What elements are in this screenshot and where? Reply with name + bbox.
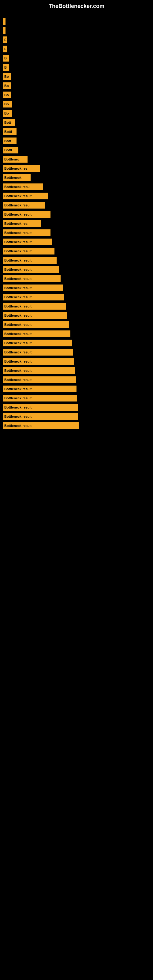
bar-45: Bottleneck result (3, 422, 79, 429)
bar-28: Bottleneck result (3, 266, 59, 273)
bar-label-3: E (4, 38, 6, 41)
bar-40: Bottleneck result (3, 376, 76, 383)
bar-label-4: E (4, 47, 6, 51)
bars-container: EEBBBoBoBoBoBoBottBottlBottBottlBottlene… (0, 11, 153, 434)
bar-26: Bottleneck result (3, 248, 54, 255)
bar-label-20: Bottleneck result (4, 194, 32, 198)
bar-row: Bottl (3, 146, 150, 154)
bar-2 (3, 27, 5, 34)
bar-row: Bottleneck result (3, 283, 150, 292)
bar-row: B (3, 54, 150, 62)
bar-label-41: Bottleneck result (4, 387, 32, 391)
bar-label-14: Bott (4, 139, 11, 143)
bar-row: Bottleneck (3, 173, 150, 182)
bar-row: Bottleneck result (3, 256, 150, 265)
bar-label-42: Bottleneck result (4, 396, 32, 400)
bar-row: Bottleneck result (3, 247, 150, 255)
bar-23: Bottleneck res (3, 220, 41, 227)
bar-label-11: Bo (4, 111, 9, 115)
bar-label-5: B (4, 56, 7, 60)
bar-11: Bo (3, 110, 12, 117)
bar-row: Bottleneck result (3, 265, 150, 274)
bar-44: Bottleneck result (3, 413, 78, 420)
bar-row: E (3, 45, 150, 53)
bar-label-15: Bottl (4, 148, 12, 152)
bar-41: Bottleneck result (3, 385, 76, 392)
bar-19: Bottleneck resu (3, 183, 43, 190)
bar-row: B (3, 63, 150, 72)
bar-row: Bottleneck result (3, 311, 150, 320)
bar-row: Bottleneck result (3, 274, 150, 283)
bar-row: Bo (3, 91, 150, 99)
bar-37: Bottleneck result (3, 349, 73, 356)
bar-label-40: Bottleneck result (4, 378, 32, 382)
bar-36: Bottleneck result (3, 340, 72, 346)
bar-33: Bottleneck result (3, 312, 67, 319)
bar-21: Bottleneck resu (3, 202, 45, 208)
bar-row: Bottleneck result (3, 385, 150, 393)
bar-27: Bottleneck result (3, 257, 57, 264)
bar-label-39: Bottleneck result (4, 369, 32, 372)
bar-43: Bottleneck result (3, 404, 78, 411)
bar-label-6: B (4, 65, 7, 69)
bar-label-8: Bo (4, 84, 9, 88)
bar-label-28: Bottleneck result (4, 268, 32, 271)
bar-row: Bottleneck result (3, 366, 150, 375)
bar-row: Bottleneck result (3, 320, 150, 329)
bar-20: Bottleneck result (3, 192, 48, 199)
bar-row: Bottleneck result (3, 357, 150, 366)
bar-label-37: Bottleneck result (4, 350, 32, 354)
bar-row: Bottl (3, 127, 150, 136)
bar-label-29: Bottleneck result (4, 277, 32, 280)
site-title: TheBottlenecker.com (0, 0, 153, 11)
bar-13: Bottl (3, 128, 16, 135)
bar-14: Bott (3, 137, 16, 144)
bar-15: Bottl (3, 147, 18, 153)
bar-label-25: Bottleneck result (4, 240, 32, 244)
bar-42: Bottleneck result (3, 395, 77, 401)
bar-22: Bottleneck result (3, 211, 51, 218)
bar-row: Bottleneck resu (3, 183, 150, 191)
bar-row: Bottleneck resu (3, 201, 150, 210)
bar-row: Bottleneck res (3, 164, 150, 173)
bar-row: Bottleneck result (3, 302, 150, 310)
bar-label-44: Bottleneck result (4, 415, 32, 418)
bar-row: Bottleneck result (3, 394, 150, 402)
bar-1 (3, 18, 5, 25)
bar-row: Bo (3, 72, 150, 81)
bar-label-7: Bo (4, 75, 9, 78)
bar-row: Bottleneck result (3, 192, 150, 200)
bar-label-32: Bottleneck result (4, 304, 32, 308)
bar-row (3, 17, 150, 26)
bar-row: Bottleneck result (3, 210, 150, 219)
bar-row: Bottleneck result (3, 329, 150, 338)
bar-row: Bott (3, 137, 150, 145)
bar-row: Bottleneck result (3, 403, 150, 412)
bar-row: Bottlenec (3, 155, 150, 164)
bar-label-18: Bottleneck (4, 176, 21, 180)
bar-16: Bottlenec (3, 156, 27, 162)
bar-row: Bottleneck result (3, 339, 150, 347)
bar-39: Bottleneck result (3, 367, 75, 374)
bar-31: Bottleneck result (3, 294, 64, 301)
bar-35: Bottleneck result (3, 331, 70, 337)
bar-label-19: Bottleneck resu (4, 185, 30, 189)
bar-row: Bottleneck result (3, 348, 150, 356)
bar-label-34: Bottleneck result (4, 323, 32, 326)
bar-label-43: Bottleneck result (4, 406, 32, 409)
bar-row: Bottleneck result (3, 375, 150, 384)
bar-label-12: Bott (4, 121, 11, 124)
bar-38: Bottleneck result (3, 358, 74, 365)
bar-3: E (3, 37, 7, 43)
bar-label-45: Bottleneck result (4, 424, 32, 428)
bar-row: Bottleneck res (3, 219, 150, 228)
bar-29: Bottleneck result (3, 275, 61, 282)
bar-label-10: Bo (4, 102, 9, 106)
bar-label-17: Bottleneck res (4, 167, 27, 170)
bar-label-13: Bottl (4, 130, 12, 134)
bar-row (3, 26, 150, 35)
bar-6: B (3, 64, 9, 71)
bar-label-23: Bottleneck res (4, 222, 27, 225)
bar-label-38: Bottleneck result (4, 360, 32, 363)
bar-32: Bottleneck result (3, 303, 66, 310)
